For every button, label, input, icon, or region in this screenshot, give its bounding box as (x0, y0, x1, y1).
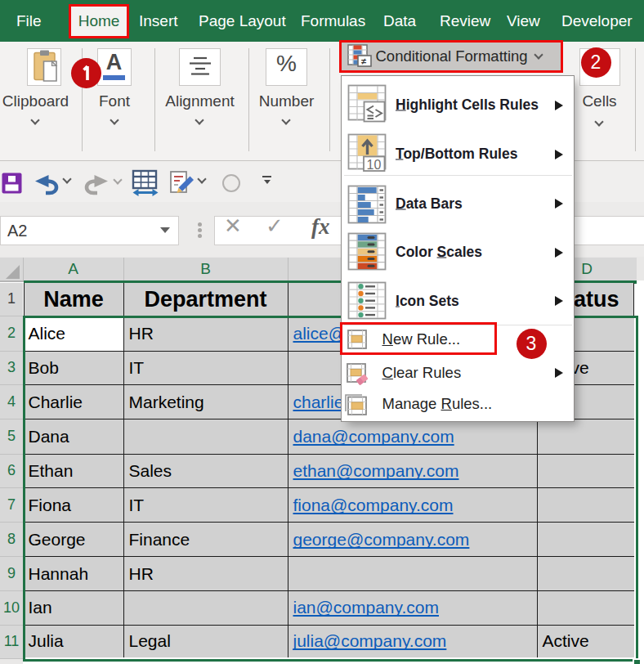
svg-text:10: 10 (366, 158, 381, 172)
